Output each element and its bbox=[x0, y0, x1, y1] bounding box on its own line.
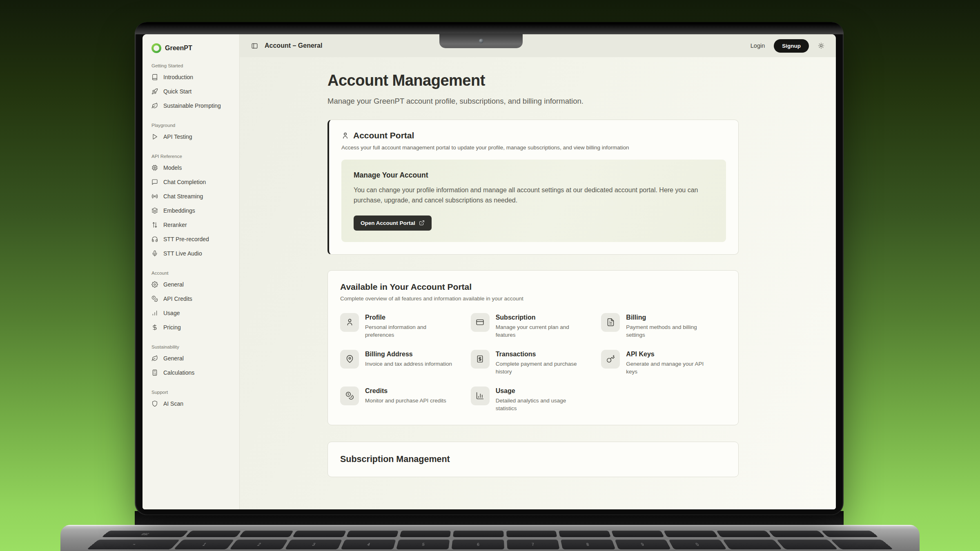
mic-icon bbox=[151, 250, 158, 257]
keyboard-key bbox=[716, 531, 772, 537]
sidebar-item-label: API Testing bbox=[163, 133, 192, 140]
sidebar-item-label: Chat Completion bbox=[163, 179, 206, 185]
feature-text: TransactionsComplete payment and purchas… bbox=[496, 350, 585, 376]
sidebar-item-introduction[interactable]: Introduction bbox=[151, 70, 234, 84]
account-portal-description: Access your full account management port… bbox=[341, 144, 726, 151]
sidebar-item-label: Sustainable Prompting bbox=[163, 102, 221, 109]
feature-title: Usage bbox=[496, 387, 585, 395]
keyboard-key bbox=[185, 531, 241, 537]
account-portal-header: Account Portal bbox=[341, 131, 726, 140]
subscription-management-title: Subscription Management bbox=[340, 454, 726, 464]
greenpt-logo-icon bbox=[151, 43, 161, 53]
sidebar-item-reranker[interactable]: Reranker bbox=[151, 218, 234, 232]
brand[interactable]: GreenPT bbox=[151, 43, 234, 53]
login-button[interactable]: Login bbox=[751, 42, 765, 49]
keyboard-key: esc bbox=[101, 531, 189, 537]
sidebar-item-sustainable-prompting[interactable]: Sustainable Prompting bbox=[151, 98, 234, 113]
headphones-icon bbox=[151, 236, 158, 242]
feature-icon-tile bbox=[340, 350, 359, 369]
sidebar-item-stt-pre-recorded[interactable]: STT Pre-recorded bbox=[151, 232, 234, 246]
sidebar-item-pricing[interactable]: Pricing bbox=[151, 320, 234, 334]
layers-icon bbox=[151, 207, 158, 214]
sidebar-item-general[interactable]: General bbox=[151, 277, 234, 291]
sidebar-section-label: Playground bbox=[151, 123, 234, 128]
external-link-icon bbox=[419, 220, 425, 226]
feature-title: API Keys bbox=[626, 351, 715, 358]
laptop-base: esc~1234567890tabQWE bbox=[60, 525, 920, 551]
sidebar-section-account: AccountGeneralAPI CreditsUsagePricing bbox=[151, 271, 234, 334]
feature-icon-tile bbox=[601, 350, 620, 369]
signup-button[interactable]: Signup bbox=[774, 39, 809, 53]
feature-title: Billing Address bbox=[365, 351, 452, 358]
book-icon bbox=[151, 74, 158, 80]
sidebar-item-label: Models bbox=[163, 164, 182, 171]
chat-icon bbox=[151, 179, 158, 185]
sun-icon bbox=[818, 42, 824, 49]
keyboard-row: esc bbox=[101, 531, 878, 537]
feature-item-billing: BillingPayment methods and billing setti… bbox=[601, 313, 726, 339]
open-account-portal-button[interactable]: Open Account Portal bbox=[354, 216, 432, 231]
sidebar-item-stt-live-audio[interactable]: STT Live Audio bbox=[151, 246, 234, 260]
keyboard-key bbox=[831, 540, 893, 549]
topbar-title: Account – General bbox=[265, 42, 322, 49]
keyboard-key bbox=[292, 531, 346, 537]
manage-account-box: Manage Your Account You can change your … bbox=[341, 160, 726, 242]
sidebar-item-calculations[interactable]: Calculations bbox=[151, 365, 234, 380]
account-portal-title: Account Portal bbox=[353, 131, 414, 140]
theme-toggle-button[interactable] bbox=[818, 42, 824, 49]
key-icon bbox=[606, 355, 615, 363]
keyboard-key bbox=[239, 531, 294, 537]
feature-title: Subscription bbox=[496, 314, 585, 321]
sidebar-item-general[interactable]: General bbox=[151, 351, 234, 365]
keyboard-key bbox=[559, 531, 611, 537]
feature-item-billing-address: Billing AddressInvoice and tax address i… bbox=[340, 350, 465, 376]
sidebar-item-label: General bbox=[163, 355, 184, 362]
sidebar-nav: Getting StartedIntroductionQuick StartSu… bbox=[151, 63, 234, 411]
chip-icon bbox=[151, 164, 158, 171]
laptop-notch bbox=[439, 33, 523, 48]
keyboard-key: 4 bbox=[341, 540, 396, 549]
sidebar-item-models[interactable]: Models bbox=[151, 160, 234, 175]
sidebar-item-quick-start[interactable]: Quick Start bbox=[151, 84, 234, 98]
features-subtitle: Complete overview of all features and in… bbox=[340, 295, 726, 302]
sort-icon bbox=[151, 222, 158, 228]
sidebar-item-chat-streaming[interactable]: Chat Streaming bbox=[151, 189, 234, 203]
features-title: Available in Your Account Portal bbox=[340, 282, 726, 292]
open-account-portal-label: Open Account Portal bbox=[361, 220, 415, 226]
sidebar-item-label: STT Live Audio bbox=[163, 250, 202, 257]
keyboard-key bbox=[722, 540, 782, 549]
content-area[interactable]: Account Management Manage your GreenPT a… bbox=[240, 57, 836, 509]
sidebar-item-api-credits[interactable]: API Credits bbox=[151, 291, 234, 306]
receipt-icon bbox=[476, 355, 484, 363]
feature-description: Payment methods and billing settings bbox=[626, 323, 715, 339]
keyboard-key: 2 bbox=[229, 540, 288, 549]
feature-title: Credits bbox=[365, 387, 446, 395]
sidebar-toggle-button[interactable] bbox=[251, 42, 258, 49]
sidebar-item-usage[interactable]: Usage bbox=[151, 306, 234, 320]
feature-text: SubscriptionManage your current plan and… bbox=[496, 313, 585, 339]
laptop-bezel bbox=[135, 22, 844, 34]
keyboard-key bbox=[400, 531, 451, 537]
credit-card-icon bbox=[476, 318, 484, 327]
page-subtitle: Manage your GreenPT account profile, sub… bbox=[327, 97, 739, 106]
sidebar-item-chat-completion[interactable]: Chat Completion bbox=[151, 175, 234, 189]
shield-icon bbox=[151, 400, 158, 407]
feature-description: Manage your current plan and features bbox=[496, 323, 585, 339]
sidebar-item-ai-scan[interactable]: AI Scan bbox=[151, 396, 234, 411]
dollar-icon bbox=[151, 324, 158, 331]
sidebar-item-embeddings[interactable]: Embeddings bbox=[151, 203, 234, 218]
main-wrapper: Account – General Login Signup Account M… bbox=[240, 34, 836, 509]
sidebar-section-label: Support bbox=[151, 390, 234, 395]
sidebar-item-label: Quick Start bbox=[163, 88, 192, 95]
feature-title: Transactions bbox=[496, 351, 585, 358]
feature-description: Complete payment and purchase history bbox=[496, 360, 585, 376]
sidebar-item-label: Usage bbox=[163, 310, 180, 316]
feature-description: Generate and manage your API keys bbox=[626, 360, 715, 376]
feature-icon-tile bbox=[601, 313, 620, 332]
feature-description: Detailed analytics and usage statistics bbox=[496, 397, 585, 413]
keyboard-key bbox=[768, 531, 825, 537]
sidebar-item-api-testing[interactable]: API Testing bbox=[151, 129, 234, 144]
feature-text: API KeysGenerate and manage your API key… bbox=[626, 350, 715, 376]
content-column: Account Management Manage your GreenPT a… bbox=[327, 72, 739, 477]
feature-title: Profile bbox=[365, 314, 454, 321]
